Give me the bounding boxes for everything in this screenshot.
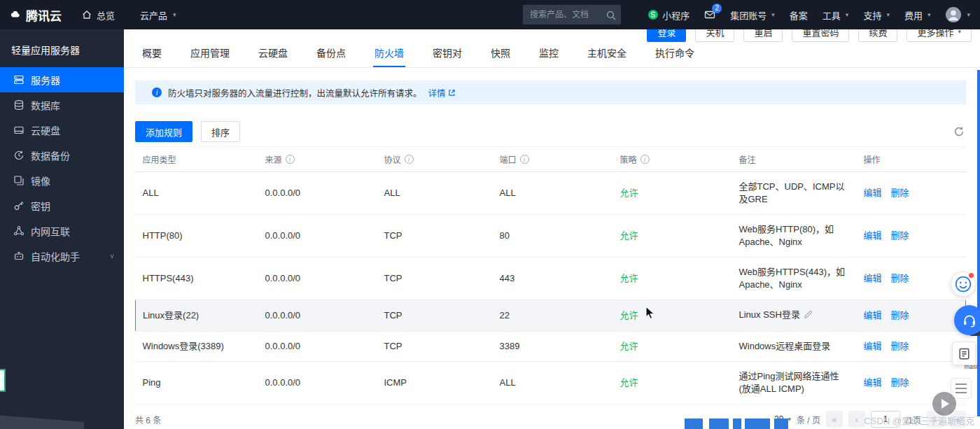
info-icon[interactable]: i [286, 155, 295, 164]
port-cell: 80 [493, 215, 613, 258]
support-menu[interactable]: 支持▾ [863, 8, 890, 22]
tab-cloud-disk[interactable]: 云硬盘 [258, 45, 288, 67]
chevron-down-icon: ˅ [110, 253, 114, 260]
policy-cell: 允许 [613, 215, 732, 258]
col-remark: 备注 [732, 147, 857, 172]
info-icon[interactable]: i [520, 155, 529, 164]
delete-link[interactable]: 删除 [891, 273, 909, 283]
remark-cell: Linux SSH登录 [732, 300, 857, 332]
table-row: HTTPS(443)0.0.0.0/0TCP443允许Web服务HTTPS(44… [136, 258, 966, 300]
survey-icon [958, 347, 971, 360]
tab-snapshot[interactable]: 快照 [491, 45, 510, 67]
nav-overview[interactable]: 总览 [81, 8, 115, 22]
chevron-down-icon: ▾ [927, 11, 931, 18]
instance-actions-strip: 登录关机重启重置密码续费更多操作▾ [124, 29, 980, 44]
sidebar-item-image[interactable]: 镜像 [0, 168, 124, 193]
edit-link[interactable]: 编辑 [864, 341, 882, 351]
edit-link[interactable]: 编辑 [864, 377, 882, 388]
delete-link[interactable]: 删除 [891, 188, 909, 198]
group-account-menu[interactable]: 集团账号▾ [730, 8, 775, 22]
delete-link[interactable]: 删除 [891, 341, 909, 351]
edit-link[interactable]: 编辑 [864, 273, 882, 283]
sort-button[interactable]: 排序 [201, 121, 240, 142]
mail-notifications[interactable]: 2 [704, 9, 715, 20]
actions-cell: 编辑删除 [857, 215, 966, 258]
edit-remark-icon[interactable] [804, 310, 813, 323]
tab-host-security[interactable]: 主机安全 [587, 45, 626, 67]
delete-link[interactable]: 删除 [891, 310, 909, 321]
home-icon [81, 9, 92, 20]
first-page-button[interactable]: « [826, 411, 843, 428]
col-port: 端口i [493, 147, 613, 172]
miniprogram-icon [648, 9, 659, 20]
key-icon [13, 200, 24, 211]
source-cell: 0.0.0.0/0 [258, 300, 377, 332]
table-row: Linux登录(22)0.0.0.0/0TCP22允许Linux SSH登录编辑… [136, 300, 966, 332]
server-icon [13, 74, 24, 85]
sidebar-item-automation-assistant[interactable]: 自动化助手˅ [0, 244, 124, 269]
sidebar-item-data-backup[interactable]: 数据备份 [0, 143, 124, 168]
app-type-cell: ALL [136, 172, 258, 215]
policy-cell: 允许 [613, 362, 732, 405]
delete-link[interactable]: 删除 [891, 230, 909, 241]
info-icon[interactable]: i [405, 155, 414, 164]
topbar-right: 小程序2集团账号▾备案工具▾支持▾费用▾▾ [648, 6, 970, 23]
col-actions: 操作 [857, 147, 966, 172]
tab-app-management[interactable]: 应用管理 [190, 45, 230, 67]
screen-artifact [709, 419, 729, 429]
external-link-icon [448, 89, 456, 97]
firewall-info-banner: i 防火墙只对服务器的入流量进行控制，出流量默认允许所有请求。 详情 [135, 80, 966, 104]
main-panel: 登录关机重启重置密码续费更多操作▾ 概要应用管理云硬盘备份点防火墙密钥对快照监控… [124, 29, 980, 429]
icp-filing-entry[interactable]: 备案 [790, 8, 808, 22]
remark-cell: 通过Ping测试网络连通性(放通ALL ICMP) [732, 362, 857, 405]
edit-link[interactable]: 编辑 [864, 310, 882, 321]
user-avatar-menu[interactable]: ▾ [945, 6, 970, 23]
tab-monitor[interactable]: 监控 [539, 45, 559, 67]
col-policy: 策略i [613, 147, 732, 172]
firewall-rules-table: 应用类型来源i协议i端口i策略i备注操作 ALL0.0.0.0/0ALLALL允… [135, 146, 966, 405]
database-icon [13, 99, 24, 111]
banner-detail-link[interactable]: 详情 [428, 86, 456, 99]
search-icon[interactable] [606, 10, 615, 20]
port-cell: 3389 [493, 332, 613, 362]
logo-text: 腾讯云 [26, 6, 62, 24]
survey-widget[interactable] [952, 342, 976, 365]
search-input[interactable] [528, 9, 606, 20]
prev-page-button[interactable]: ‹ [848, 411, 865, 428]
table-row: Windows登录(3389)0.0.0.0/0TCP3389允许Windows… [136, 332, 966, 362]
add-rule-button[interactable]: 添加规则 [135, 121, 192, 142]
tab-summary[interactable]: 概要 [142, 45, 162, 67]
product-search[interactable] [523, 5, 621, 24]
actions-cell: 编辑删除 [857, 300, 966, 332]
refresh-icon[interactable] [953, 126, 965, 137]
sidebar-item-database[interactable]: 数据库 [0, 92, 124, 118]
mini-program-entry[interactable]: 小程序 [648, 8, 690, 22]
tab-firewall[interactable]: 防火墙 [374, 45, 404, 67]
screen-artifact [685, 419, 703, 429]
customer-service-widget[interactable] [954, 305, 980, 335]
edit-link[interactable]: 编辑 [864, 230, 882, 241]
tab-key-pair[interactable]: 密钥对 [433, 45, 462, 67]
tools-menu[interactable]: 工具▾ [822, 8, 849, 22]
sidebar-item-intranet[interactable]: 内网互联 [0, 218, 124, 244]
info-icon[interactable]: i [640, 155, 650, 164]
edit-link[interactable]: 编辑 [864, 188, 882, 198]
network-icon [13, 225, 24, 237]
billing-menu[interactable]: 费用▾ [904, 8, 931, 22]
delete-link[interactable]: 删除 [891, 377, 909, 388]
table-row: ALL0.0.0.0/0ALLALL允许全部TCP、UDP、ICMP以及GRE编… [136, 172, 966, 215]
table-header-row: 应用类型来源i协议i端口i策略i备注操作 [136, 147, 966, 172]
policy-cell: 允许 [613, 300, 732, 332]
tab-backup-point[interactable]: 备份点 [316, 45, 346, 67]
nav-cloud-products[interactable]: 云产品▾ [140, 8, 176, 22]
chevron-down-icon: ▾ [173, 11, 176, 18]
tencent-cloud-logo[interactable]: 腾讯云 [10, 6, 62, 24]
feedback-smiley-widget[interactable] [951, 272, 976, 297]
firewall-content: i 防火墙只对服务器的入流量进行控制，出流量默认允许所有请求。 详情 添加规则 … [124, 80, 980, 428]
protocol-cell: ICMP [377, 362, 493, 405]
tab-run-command[interactable]: 执行命令 [655, 45, 694, 67]
sidebar-item-key[interactable]: 密钥 [0, 193, 124, 218]
sidebar-item-cloud-disk[interactable]: 云硬盘 [0, 118, 124, 143]
sidebar-item-server[interactable]: 服务器 [0, 67, 124, 92]
table-row: Ping0.0.0.0/0ICMPALL允许通过Ping测试网络连通性(放通AL… [136, 362, 966, 405]
